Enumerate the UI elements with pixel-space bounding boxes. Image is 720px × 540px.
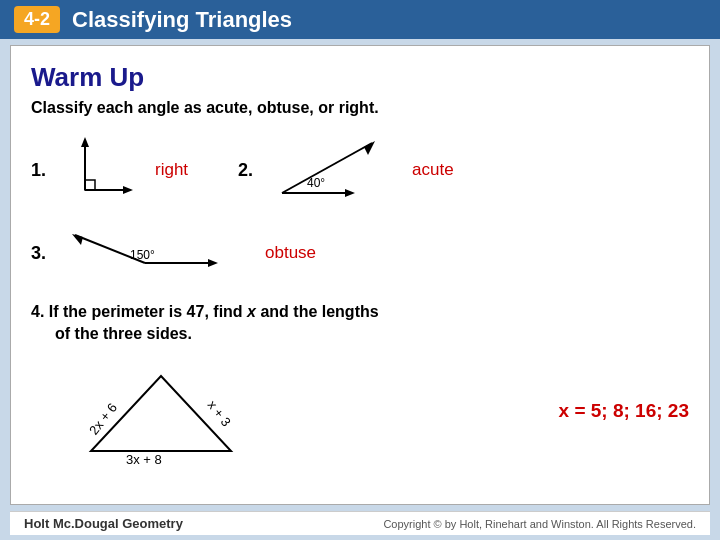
header: 4-2 Classifying Triangles: [0, 0, 720, 39]
ex2-number: 2.: [238, 160, 262, 181]
ex1-number: 1.: [31, 160, 55, 181]
svg-marker-4: [123, 186, 133, 194]
main-content: Warm Up Classify each angle as acute, ob…: [10, 45, 710, 505]
ex3-diagram: 150°: [65, 223, 225, 283]
ex3-number: 3.: [31, 243, 55, 264]
exercise-3-row: 3. 150° obtuse: [31, 223, 689, 283]
lesson-badge: 4-2: [14, 6, 60, 33]
svg-marker-11: [72, 234, 83, 245]
svg-marker-13: [208, 259, 218, 267]
svg-rect-2: [85, 180, 95, 190]
ex3-answer: obtuse: [265, 243, 316, 263]
svg-text:x + 3: x + 3: [205, 397, 234, 429]
footer: Holt Mc.Dougal Geometry Copyright © by H…: [10, 511, 710, 535]
ex2-answer: acute: [412, 160, 454, 180]
footer-left: Holt Mc.Dougal Geometry: [24, 516, 183, 531]
warm-up-title: Warm Up: [31, 62, 689, 93]
svg-text:150°: 150°: [130, 248, 155, 262]
svg-marker-6: [364, 141, 375, 155]
svg-marker-3: [81, 137, 89, 147]
ex2-diagram: 40°: [272, 135, 392, 205]
svg-line-5: [282, 143, 372, 193]
ex4-text2: of the three sides.: [55, 325, 192, 342]
svg-marker-8: [345, 189, 355, 197]
svg-text:3x + 8: 3x + 8: [126, 452, 162, 466]
footer-right: Copyright © by Holt, Rinehart and Winsto…: [383, 518, 696, 530]
instruction: Classify each angle as acute, obtuse, or…: [31, 99, 689, 117]
exercise-1: 1. right: [31, 135, 188, 205]
exercise-2: 2. 40° acute: [238, 135, 454, 205]
ex4-triangle-diagram: 2x + 6 x + 3 3x + 8: [31, 356, 291, 466]
svg-text:40°: 40°: [307, 176, 325, 190]
ex4-number: 4. If the perimeter is 47, find x and th…: [31, 303, 379, 320]
ex4-answer: x = 5; 8; 16; 23: [559, 400, 689, 422]
header-title: Classifying Triangles: [72, 7, 292, 33]
ex4-diagram-row: 2x + 6 x + 3 3x + 8 x = 5; 8; 16; 23: [31, 356, 689, 466]
exercise-4-block: 4. If the perimeter is 47, find x and th…: [31, 301, 689, 466]
ex4-text: 4. If the perimeter is 47, find x and th…: [31, 301, 689, 346]
ex1-answer: right: [155, 160, 188, 180]
svg-text:2x + 6: 2x + 6: [86, 400, 120, 437]
ex1-diagram: [65, 135, 135, 205]
exercises-row-1-2: 1. right 2.: [31, 135, 689, 205]
